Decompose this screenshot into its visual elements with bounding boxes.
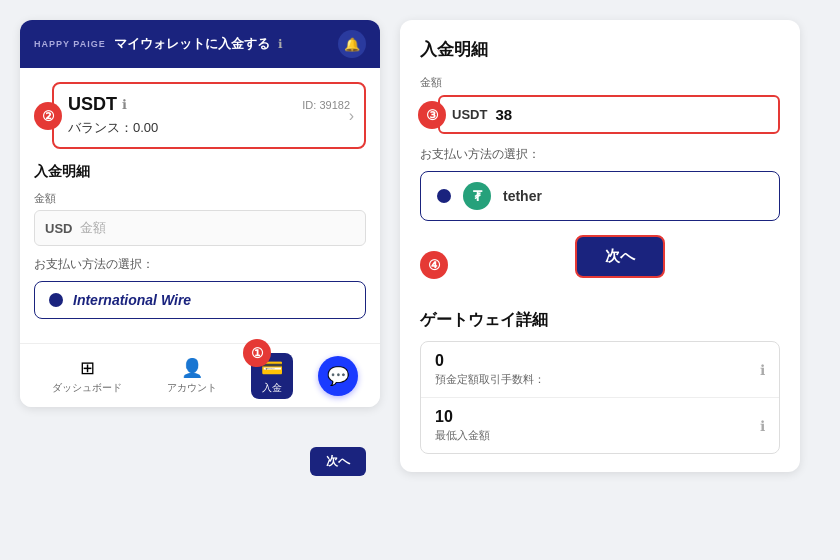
right-content: 入金明細 金額 ③ USDT 38 お支払い方法の選択： ₮ teth [400,20,800,472]
account-label: アカウント [167,381,217,395]
amount-input-row[interactable]: USD 金額 [34,210,366,246]
dashboard-icon: ⊞ [80,357,95,379]
gateway-row-min: 10 最低入金額 ℹ [421,398,779,453]
nav-dashboard[interactable]: ⊞ ダッシュボード [42,353,132,399]
amount-placeholder: 金額 [80,219,106,237]
step-1-badge: ① [243,339,271,367]
currency-label: USD [45,221,72,236]
amount-field-label: 金額 [34,191,366,206]
radio-dot [49,293,63,307]
info-icon: ℹ [278,37,283,51]
deposit-section: 入金明細 金額 USD 金額 お支払い方法の選択： International … [34,163,366,319]
right-section-title: 入金明細 [420,38,780,61]
chat-fab[interactable]: 💬 [318,356,358,396]
step-2-badge: ② [34,102,62,130]
next-button-left[interactable]: 次へ [310,447,366,476]
left-content: ② USDT ℹ ID: 39182 バランス：0.00 › [20,68,380,343]
right-amount-value: 38 [495,106,512,123]
right-payment-label: お支払い方法の選択： [420,146,780,163]
payment-method-label: お支払い方法の選択： [34,256,366,273]
gateway-title: ゲートウェイ詳細 [420,310,780,331]
usdt-balance: バランス：0.00 [68,119,350,137]
right-currency: USDT [452,107,487,122]
next-button-right[interactable]: 次へ [575,235,665,278]
bell-button[interactable]: 🔔 [338,30,366,58]
logo-text: HAPPY PAIGE [34,39,106,49]
usdt-id: ID: 39182 [302,99,350,111]
step-4-badge: ④ [420,251,448,279]
usdt-title: USDT ℹ [68,94,127,115]
usdt-card[interactable]: USDT ℹ ID: 39182 バランス：0.00 › [52,82,366,149]
gateway-min-label: 最低入金額 [435,428,490,443]
right-amount-input[interactable]: USDT 38 [438,95,780,134]
gateway-card: 0 預金定額取引手数料： ℹ 10 最低入金額 ℹ [420,341,780,454]
payment-name: International Wire [73,292,191,308]
chat-icon: 💬 [327,365,349,387]
right-payment-option-tether[interactable]: ₮ tether [420,171,780,221]
section-title: 入金明細 [34,163,366,181]
right-amount-label: 金額 [420,75,780,90]
usdt-arrow-icon: › [349,107,354,125]
left-header: HAPPY PAIGE マイウォレットに入金する ℹ 🔔 [20,20,380,68]
dashboard-label: ダッシュボード [52,381,122,395]
step-3-badge: ③ [418,101,446,129]
gateway-row-fee: 0 預金定額取引手数料： ℹ [421,342,779,398]
tether-icon: ₮ [463,182,491,210]
gateway-info-icon-1: ℹ [760,362,765,378]
gateway-min-value: 10 [435,408,490,426]
gateway-fee-label: 預金定額取引手数料： [435,372,545,387]
payment-option-wire[interactable]: International Wire [34,281,366,319]
gateway-info-icon-2: ℹ [760,418,765,434]
right-radio-dot [437,189,451,203]
gateway-fee-value: 0 [435,352,545,370]
tether-label: tether [503,188,542,204]
account-icon: 👤 [181,357,203,379]
nav-account[interactable]: 👤 アカウント [157,353,227,399]
bottom-nav: ⊞ ダッシュボード 👤 アカウント ① 💳 入金 [20,343,380,407]
header-title: マイウォレットに入金する [114,35,270,53]
deposit-label: 入金 [262,381,282,395]
